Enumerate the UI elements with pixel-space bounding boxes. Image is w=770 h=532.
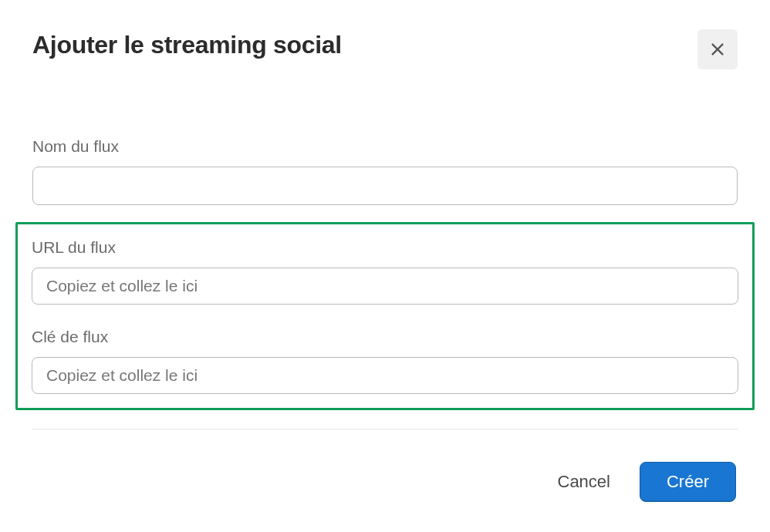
cancel-button[interactable]: Cancel xyxy=(555,466,613,498)
close-icon xyxy=(709,41,726,58)
dialog-header: Ajouter le streaming social xyxy=(32,31,738,69)
dialog-title: Ajouter le streaming social xyxy=(32,31,342,59)
stream-url-label: URL du flux xyxy=(32,238,738,257)
stream-url-field-group: URL du flux xyxy=(32,238,738,305)
dialog-footer: Cancel Créer xyxy=(32,462,738,502)
footer-divider xyxy=(32,429,738,429)
stream-name-input[interactable] xyxy=(32,167,738,205)
form-section: Nom du flux URL du flux Clé de flux Canc… xyxy=(32,137,738,502)
stream-key-input[interactable] xyxy=(32,357,738,394)
stream-url-input[interactable] xyxy=(32,268,738,305)
create-button[interactable]: Créer xyxy=(640,462,736,502)
stream-name-label: Nom du flux xyxy=(32,137,738,156)
stream-key-field-group: Clé de flux xyxy=(32,328,738,394)
stream-name-field-group: Nom du flux xyxy=(32,137,738,205)
add-social-streaming-dialog: Ajouter le streaming social Nom du flux … xyxy=(0,0,770,532)
close-button[interactable] xyxy=(697,29,738,69)
highlighted-fields: URL du flux Clé de flux xyxy=(15,222,755,410)
stream-key-label: Clé de flux xyxy=(32,328,738,346)
